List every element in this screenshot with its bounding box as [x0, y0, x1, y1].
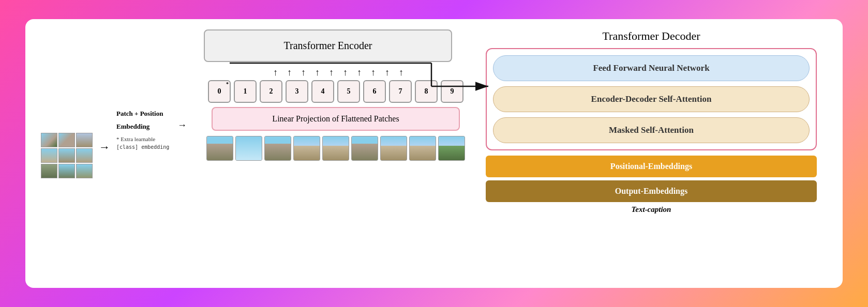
patch-6 — [351, 136, 378, 161]
decoder-box: Feed Forward Neural Network Encoder-Deco… — [486, 48, 817, 150]
token-4: 4 — [311, 80, 334, 103]
extra-label: * Extra learnable [class] embedding — [116, 135, 173, 151]
token-9: 9 — [441, 80, 463, 103]
token-6: 6 — [363, 80, 386, 103]
patch-9 — [438, 136, 465, 161]
patch-3 — [264, 136, 291, 161]
patch-to-tokens-arrow: → — [177, 120, 187, 131]
token-1: 1 — [234, 80, 257, 103]
token-3: 3 — [286, 80, 308, 103]
encoder-section: Transformer Encoder ↑ ↑ ↑ ↑ ↑ ↑ ↑ ↑ ↑ ↑ — [191, 29, 465, 161]
output-bar: Output-Embeddings — [486, 180, 817, 202]
up-arrows-row: ↑ ↑ ↑ ↑ ↑ ↑ ↑ ↑ ↑ ↑ — [273, 67, 403, 78]
up-arrow-5: ↑ — [343, 67, 348, 78]
patch-1 — [206, 136, 233, 161]
source-images — [41, 133, 93, 178]
token-7: 7 — [389, 80, 412, 103]
background: → Patch + Position Embedding * Extra lea… — [0, 0, 868, 307]
patch-8 — [409, 136, 436, 161]
token-0: 0 — [208, 80, 231, 103]
patches-row — [206, 136, 465, 161]
up-arrow-0: ↑ — [273, 67, 278, 78]
ffnn-layer: Feed Forward Neural Network — [493, 55, 810, 81]
up-arrow-8: ↑ — [385, 67, 390, 78]
main-card: → Patch + Position Embedding * Extra lea… — [25, 19, 843, 288]
positional-bar: Positional-Embeddings — [486, 156, 817, 177]
up-arrow-3: ↑ — [315, 67, 320, 78]
up-arrow-7: ↑ — [371, 67, 376, 78]
patch-4 — [293, 136, 320, 161]
up-arrow-9: ↑ — [399, 67, 403, 78]
up-arrow-1: ↑ — [287, 67, 292, 78]
text-caption: Text-caption — [632, 205, 671, 214]
left-panel: → Patch + Position Embedding * Extra lea… — [41, 29, 465, 278]
decoder-title: Transformer Decoder — [602, 29, 700, 43]
token-2: 2 — [260, 80, 282, 103]
up-arrow-4: ↑ — [329, 67, 334, 78]
patch-label-area: Patch + Position Embedding * Extra learn… — [116, 110, 173, 151]
up-arrow-2: ↑ — [301, 67, 306, 78]
patch-label2: Embedding — [116, 122, 173, 131]
token-8: 8 — [415, 80, 438, 103]
token-5: 5 — [337, 80, 360, 103]
up-arrow-6: ↑ — [357, 67, 362, 78]
transformer-encoder-box: Transformer Encoder — [204, 29, 452, 62]
patch-2 — [235, 136, 262, 161]
right-panel: Transformer Decoder Feed Forward Neural … — [475, 29, 827, 278]
patch-label: Patch + Position — [116, 110, 173, 118]
linear-proj-box: Linear Projection of Flattened Patches — [212, 107, 460, 131]
embeddings-row: 0 1 2 3 4 5 6 7 8 9 — [208, 80, 463, 103]
patch-5 — [322, 136, 349, 161]
enc-dec-layer: Encoder-Decoder Self-Attention — [493, 86, 810, 112]
patch-7 — [380, 136, 407, 161]
masked-layer: Masked Self-Attention — [493, 117, 810, 143]
source-to-patches-arrow: → — [99, 141, 110, 154]
